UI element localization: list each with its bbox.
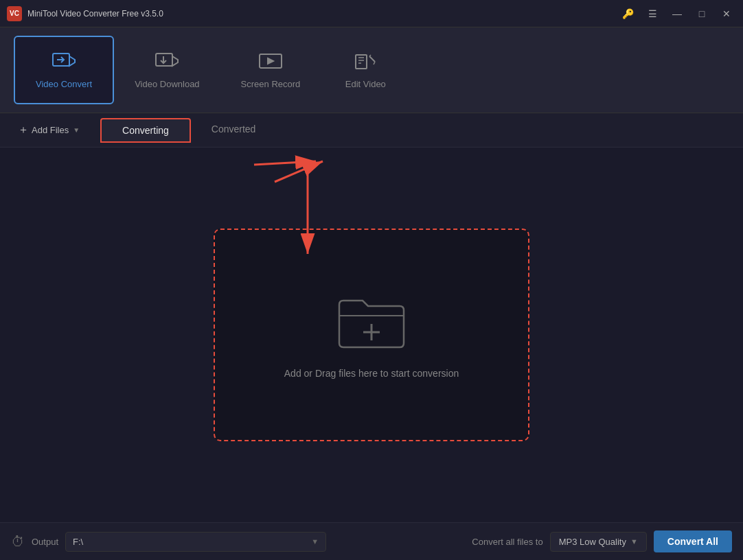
screen-record-label: Screen Record bbox=[241, 79, 301, 89]
drop-zone-text: Add or Drag files here to start conversi… bbox=[284, 368, 459, 379]
convert-all-button[interactable]: Convert All bbox=[654, 530, 732, 552]
drop-zone[interactable]: Add or Drag files here to start conversi… bbox=[214, 229, 529, 441]
sub-tab-converting[interactable]: Converting bbox=[100, 118, 191, 143]
output-section: ⏱ Output F:\ ▼ bbox=[11, 532, 472, 552]
add-files-dropdown-arrow: ▼ bbox=[73, 126, 80, 134]
convert-all-label: Convert all files to bbox=[472, 537, 542, 547]
sub-toolbar: ＋ Add Files ▼ Converting Converted bbox=[0, 113, 743, 148]
output-path-dropdown-arrow: ▼ bbox=[311, 537, 319, 546]
format-dropdown-arrow: ▼ bbox=[630, 537, 638, 546]
add-files-button[interactable]: ＋ Add Files ▼ bbox=[11, 119, 87, 141]
format-label: MP3 Low Quality bbox=[559, 537, 626, 547]
clock-icon: ⏱ bbox=[11, 534, 25, 550]
app-title: MiniTool Video Converter Free v3.5.0 bbox=[27, 9, 618, 19]
sub-tabs: Converting Converted bbox=[100, 118, 276, 143]
nav-tab-screen-record[interactable]: Screen Record bbox=[220, 36, 321, 104]
video-download-label: Video Download bbox=[135, 79, 199, 89]
output-path-selector[interactable]: F:\ ▼ bbox=[65, 532, 326, 552]
screen-record-icon bbox=[258, 51, 283, 75]
svg-line-14 bbox=[374, 62, 375, 65]
close-btn[interactable]: ✕ bbox=[717, 4, 736, 23]
add-files-label: Add Files bbox=[32, 125, 69, 135]
video-convert-label: Video Convert bbox=[36, 79, 92, 89]
menu-icon-btn[interactable]: ☰ bbox=[643, 4, 662, 23]
svg-line-13 bbox=[369, 55, 371, 56]
svg-marker-4 bbox=[172, 56, 178, 66]
svg-marker-1 bbox=[69, 56, 75, 66]
add-files-icon: ＋ bbox=[18, 123, 29, 137]
nav-bar: Video Convert Video Download Screen Reco… bbox=[0, 27, 743, 113]
key-icon-btn[interactable]: 🔑 bbox=[618, 4, 637, 23]
title-bar: VC MiniTool Video Converter Free v3.5.0 … bbox=[0, 0, 743, 27]
svg-marker-7 bbox=[268, 58, 273, 64]
nav-tab-video-download[interactable]: Video Download bbox=[114, 36, 220, 104]
output-path-value: F:\ bbox=[73, 537, 83, 547]
svg-rect-8 bbox=[356, 55, 367, 69]
main-content: Add or Drag files here to start conversi… bbox=[0, 148, 743, 522]
video-download-icon bbox=[155, 51, 179, 75]
convert-all-section: Convert all files to MP3 Low Quality ▼ C… bbox=[472, 530, 732, 552]
edit-video-icon bbox=[353, 51, 378, 75]
format-dropdown[interactable]: MP3 Low Quality ▼ bbox=[550, 532, 647, 552]
nav-tab-video-convert[interactable]: Video Convert bbox=[14, 36, 114, 104]
maximize-btn[interactable]: □ bbox=[692, 4, 711, 23]
edit-video-label: Edit Video bbox=[345, 79, 386, 89]
minimize-btn[interactable]: — bbox=[667, 4, 687, 23]
window-controls: 🔑 ☰ — □ ✕ bbox=[618, 4, 736, 23]
output-label: Output bbox=[32, 537, 58, 547]
folder-icon bbox=[334, 291, 409, 355]
svg-line-12 bbox=[369, 56, 375, 62]
bottom-bar: ⏱ Output F:\ ▼ Convert all files to MP3 … bbox=[0, 522, 743, 560]
app-logo: VC bbox=[7, 6, 22, 21]
nav-tab-edit-video[interactable]: Edit Video bbox=[321, 36, 410, 104]
video-convert-icon bbox=[52, 51, 76, 75]
svg-line-17 bbox=[275, 161, 323, 182]
sub-tab-converted[interactable]: Converted bbox=[191, 118, 277, 143]
